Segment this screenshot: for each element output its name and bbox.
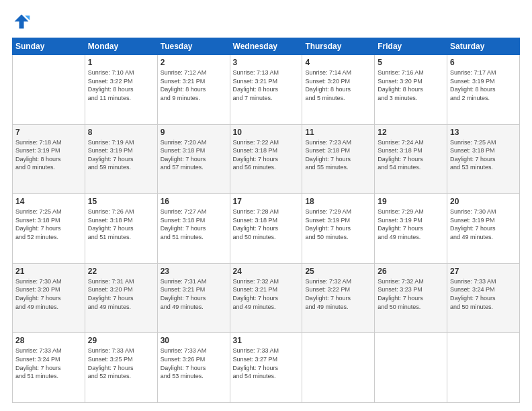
- calendar-cell: 8Sunrise: 7:19 AM Sunset: 3:19 PM Daylig…: [85, 124, 157, 194]
- day-number: 22: [88, 267, 154, 276]
- day-number: 1: [88, 58, 154, 67]
- day-info: Sunrise: 7:12 AM Sunset: 3:21 PM Dayligh…: [161, 68, 227, 102]
- calendar-cell: 25Sunrise: 7:32 AM Sunset: 3:22 PM Dayli…: [302, 263, 375, 333]
- day-number: 18: [305, 197, 371, 206]
- day-info: Sunrise: 7:33 AM Sunset: 3:24 PM Dayligh…: [15, 347, 82, 380]
- day-number: 11: [305, 128, 371, 137]
- day-number: 17: [233, 197, 300, 206]
- calendar-header-row: SundayMondayTuesdayWednesdayThursdayFrid…: [13, 38, 520, 55]
- day-info: Sunrise: 7:29 AM Sunset: 3:19 PM Dayligh…: [378, 208, 444, 241]
- calendar-header-thursday: Thursday: [302, 38, 375, 55]
- day-info: Sunrise: 7:33 AM Sunset: 3:26 PM Dayligh…: [161, 347, 227, 380]
- calendar-cell: 31Sunrise: 7:33 AM Sunset: 3:27 PM Dayli…: [230, 333, 302, 403]
- calendar-cell: 9Sunrise: 7:20 AM Sunset: 3:18 PM Daylig…: [157, 124, 230, 194]
- day-number: 16: [161, 197, 227, 206]
- day-info: Sunrise: 7:30 AM Sunset: 3:19 PM Dayligh…: [450, 208, 517, 241]
- calendar-cell: 16Sunrise: 7:27 AM Sunset: 3:18 PM Dayli…: [157, 194, 230, 264]
- calendar-cell: 10Sunrise: 7:22 AM Sunset: 3:18 PM Dayli…: [230, 124, 302, 194]
- calendar-cell: [302, 333, 375, 403]
- calendar-week-3: 14Sunrise: 7:25 AM Sunset: 3:18 PM Dayli…: [13, 194, 520, 264]
- day-info: Sunrise: 7:32 AM Sunset: 3:23 PM Dayligh…: [378, 277, 444, 311]
- calendar-cell: [13, 55, 85, 125]
- day-info: Sunrise: 7:10 AM Sunset: 3:22 PM Dayligh…: [88, 68, 154, 102]
- calendar-cell: 30Sunrise: 7:33 AM Sunset: 3:26 PM Dayli…: [157, 333, 230, 403]
- calendar-week-4: 21Sunrise: 7:30 AM Sunset: 3:20 PM Dayli…: [13, 263, 520, 333]
- calendar-week-2: 7Sunrise: 7:18 AM Sunset: 3:19 PM Daylig…: [13, 124, 520, 194]
- day-info: Sunrise: 7:24 AM Sunset: 3:18 PM Dayligh…: [378, 138, 444, 172]
- day-number: 19: [378, 197, 444, 206]
- day-info: Sunrise: 7:32 AM Sunset: 3:22 PM Dayligh…: [305, 277, 371, 311]
- calendar-cell: 27Sunrise: 7:33 AM Sunset: 3:24 PM Dayli…: [447, 263, 520, 333]
- calendar-cell: 20Sunrise: 7:30 AM Sunset: 3:19 PM Dayli…: [447, 194, 520, 264]
- calendar-header-wednesday: Wednesday: [230, 38, 302, 55]
- logo: [12, 12, 34, 31]
- day-info: Sunrise: 7:31 AM Sunset: 3:20 PM Dayligh…: [88, 277, 154, 311]
- calendar-cell: 19Sunrise: 7:29 AM Sunset: 3:19 PM Dayli…: [375, 194, 447, 264]
- day-number: 12: [378, 128, 444, 137]
- calendar-cell: 17Sunrise: 7:28 AM Sunset: 3:18 PM Dayli…: [230, 194, 302, 264]
- calendar-cell: 11Sunrise: 7:23 AM Sunset: 3:18 PM Dayli…: [302, 124, 375, 194]
- day-info: Sunrise: 7:18 AM Sunset: 3:19 PM Dayligh…: [15, 138, 82, 172]
- day-number: 3: [233, 58, 300, 67]
- day-info: Sunrise: 7:23 AM Sunset: 3:18 PM Dayligh…: [305, 138, 371, 172]
- day-info: Sunrise: 7:19 AM Sunset: 3:19 PM Dayligh…: [88, 138, 154, 172]
- day-number: 31: [233, 336, 300, 345]
- calendar-cell: 22Sunrise: 7:31 AM Sunset: 3:20 PM Dayli…: [85, 263, 157, 333]
- calendar-week-1: 1Sunrise: 7:10 AM Sunset: 3:22 PM Daylig…: [13, 55, 520, 125]
- calendar-cell: 24Sunrise: 7:32 AM Sunset: 3:21 PM Dayli…: [230, 263, 302, 333]
- day-number: 26: [378, 267, 444, 276]
- day-info: Sunrise: 7:14 AM Sunset: 3:20 PM Dayligh…: [305, 68, 371, 102]
- day-info: Sunrise: 7:30 AM Sunset: 3:20 PM Dayligh…: [15, 277, 82, 311]
- calendar-cell: 28Sunrise: 7:33 AM Sunset: 3:24 PM Dayli…: [13, 333, 85, 403]
- header: [12, 12, 520, 31]
- calendar-header-friday: Friday: [375, 38, 447, 55]
- calendar-header-monday: Monday: [85, 38, 157, 55]
- day-number: 14: [15, 197, 82, 206]
- day-info: Sunrise: 7:22 AM Sunset: 3:18 PM Dayligh…: [233, 138, 300, 172]
- calendar-cell: 5Sunrise: 7:16 AM Sunset: 3:20 PM Daylig…: [375, 55, 447, 125]
- calendar-cell: 23Sunrise: 7:31 AM Sunset: 3:21 PM Dayli…: [157, 263, 230, 333]
- calendar-week-5: 28Sunrise: 7:33 AM Sunset: 3:24 PM Dayli…: [13, 333, 520, 403]
- calendar-cell: 7Sunrise: 7:18 AM Sunset: 3:19 PM Daylig…: [13, 124, 85, 194]
- calendar-cell: 12Sunrise: 7:24 AM Sunset: 3:18 PM Dayli…: [375, 124, 447, 194]
- day-number: 27: [450, 267, 517, 276]
- day-info: Sunrise: 7:32 AM Sunset: 3:21 PM Dayligh…: [233, 277, 300, 311]
- day-info: Sunrise: 7:20 AM Sunset: 3:18 PM Dayligh…: [161, 138, 227, 172]
- day-number: 13: [450, 128, 517, 137]
- logo-icon: [12, 12, 31, 31]
- day-number: 2: [161, 58, 227, 67]
- calendar-cell: 29Sunrise: 7:33 AM Sunset: 3:25 PM Dayli…: [85, 333, 157, 403]
- day-number: 15: [88, 197, 154, 206]
- day-info: Sunrise: 7:27 AM Sunset: 3:18 PM Dayligh…: [161, 208, 227, 241]
- calendar-header-sunday: Sunday: [13, 38, 85, 55]
- day-number: 5: [378, 58, 444, 67]
- day-number: 10: [233, 128, 300, 137]
- calendar-cell: 26Sunrise: 7:32 AM Sunset: 3:23 PM Dayli…: [375, 263, 447, 333]
- day-info: Sunrise: 7:17 AM Sunset: 3:19 PM Dayligh…: [450, 68, 517, 102]
- day-info: Sunrise: 7:25 AM Sunset: 3:18 PM Dayligh…: [450, 138, 517, 172]
- calendar-header-saturday: Saturday: [447, 38, 520, 55]
- day-number: 23: [161, 267, 227, 276]
- calendar-cell: 1Sunrise: 7:10 AM Sunset: 3:22 PM Daylig…: [85, 55, 157, 125]
- calendar-cell: 15Sunrise: 7:26 AM Sunset: 3:18 PM Dayli…: [85, 194, 157, 264]
- day-number: 21: [15, 267, 82, 276]
- calendar-cell: 3Sunrise: 7:13 AM Sunset: 3:21 PM Daylig…: [230, 55, 302, 125]
- day-info: Sunrise: 7:29 AM Sunset: 3:19 PM Dayligh…: [305, 208, 371, 241]
- calendar-cell: 18Sunrise: 7:29 AM Sunset: 3:19 PM Dayli…: [302, 194, 375, 264]
- day-number: 4: [305, 58, 371, 67]
- day-info: Sunrise: 7:31 AM Sunset: 3:21 PM Dayligh…: [161, 277, 227, 311]
- page: SundayMondayTuesdayWednesdayThursdayFrid…: [0, 0, 532, 411]
- day-info: Sunrise: 7:28 AM Sunset: 3:18 PM Dayligh…: [233, 208, 300, 241]
- day-number: 6: [450, 58, 517, 67]
- day-number: 7: [15, 128, 82, 137]
- calendar-cell: [447, 333, 520, 403]
- day-number: 24: [233, 267, 300, 276]
- calendar-header-tuesday: Tuesday: [157, 38, 230, 55]
- calendar-cell: 13Sunrise: 7:25 AM Sunset: 3:18 PM Dayli…: [447, 124, 520, 194]
- day-number: 9: [161, 128, 227, 137]
- day-number: 29: [88, 336, 154, 345]
- day-info: Sunrise: 7:16 AM Sunset: 3:20 PM Dayligh…: [378, 68, 444, 102]
- day-number: 20: [450, 197, 517, 206]
- day-info: Sunrise: 7:33 AM Sunset: 3:24 PM Dayligh…: [450, 277, 517, 311]
- day-info: Sunrise: 7:26 AM Sunset: 3:18 PM Dayligh…: [88, 208, 154, 241]
